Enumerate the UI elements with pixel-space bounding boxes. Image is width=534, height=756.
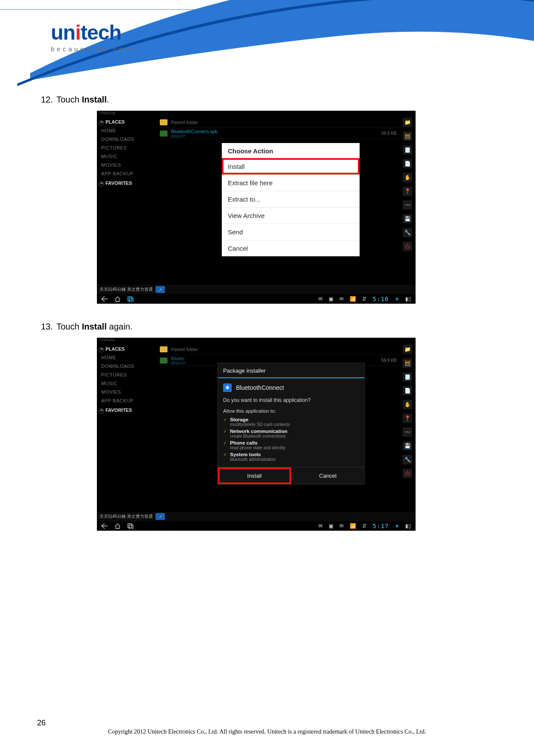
sidebar-group-places[interactable]: PLACES [97, 344, 156, 353]
sidebar-item-appbackup[interactable]: APP BACKUP [97, 169, 156, 178]
action-extract-to[interactable]: Extract to... [222, 191, 360, 207]
home-icon[interactable] [114, 523, 121, 529]
battery-icon: ▮▯ [405, 523, 411, 529]
task-switcher-bar: 天天玩45分鐘 英文實力首選 ↗ [97, 285, 416, 294]
dock-icon[interactable]: 〰️ [403, 200, 412, 210]
task-switcher-bar: 天天玩45分鐘 英文實力首選 ↗ [97, 512, 416, 521]
sidebar-item-music[interactable]: MUSIC [97, 152, 156, 161]
status-icon: ✉ [339, 296, 344, 302]
system-bar: ✉ ▣ ✉ 📶 ⇵ 5:17 ∗ ▮▯ [97, 521, 416, 531]
perm-phone: Phone callsread phone state and identity [218, 439, 364, 451]
sidebar-item-pictures[interactable]: PICTURES [97, 370, 156, 379]
cancel-button[interactable]: Cancel [292, 467, 365, 484]
installer-app-name: BluetoothConnect [236, 384, 284, 391]
dock-icon[interactable]: 📍 [403, 414, 412, 423]
screenshot-step-13: AndroZip PLACES HOME DOWNLOADS PICTURES … [97, 338, 416, 531]
dock-icon[interactable]: 🧮 [403, 358, 412, 368]
dock-icon[interactable]: 🗒️ [403, 145, 412, 155]
recents-icon[interactable] [127, 523, 134, 529]
dock-icon[interactable]: ⏻ [403, 242, 412, 251]
sidebar-item-appbackup[interactable]: APP BACKUP [97, 396, 156, 405]
dock-icon[interactable]: 🗒️ [403, 372, 412, 382]
page-number: 26 [37, 719, 46, 728]
svg-rect-3 [129, 525, 133, 529]
copyright-line: Copyright 2012 Unitech Electronics Co., … [0, 728, 534, 735]
status-icon: 📶 [350, 296, 356, 302]
package-installer-dialog: Package installer ✱ BluetoothConnect Do … [217, 363, 365, 485]
action-send[interactable]: Send [222, 224, 360, 240]
sidebar-item-pictures[interactable]: PICTURES [97, 143, 156, 152]
sidebar-group-places[interactable]: PLACES [97, 117, 156, 126]
perm-network: Network communicationcreate Bluetooth co… [218, 428, 364, 439]
installer-title: Package installer [218, 363, 364, 378]
apk-icon [160, 131, 168, 137]
installer-question: Do you want to install this application? [218, 397, 364, 407]
sidebar-item-home[interactable]: HOME [97, 126, 156, 135]
back-icon[interactable] [101, 523, 108, 529]
sidebar-item-home[interactable]: HOME [97, 353, 156, 362]
task-chip-icon[interactable]: ↗ [155, 286, 165, 293]
task-chip-icon[interactable]: ↗ [155, 513, 165, 520]
task-label: 天天玩45分鐘 英文實力首選 [99, 513, 153, 520]
action-install[interactable]: Install [222, 158, 360, 174]
status-icon: ✉ [318, 523, 323, 529]
svg-rect-2 [128, 524, 132, 528]
file-row-parent[interactable]: Parent folder [156, 117, 400, 128]
sidebar-group-favorites[interactable]: FAVORITES [97, 405, 156, 414]
step-13-text: 13.Touch Install again. [41, 322, 493, 332]
status-clock: 5:16 [373, 296, 389, 302]
apk-icon [160, 358, 168, 364]
bluetooth-icon: ∗ [395, 296, 399, 302]
perm-system: System toolsbluetooth administration [218, 451, 364, 463]
file-row-apk[interactable]: BluetoothConnect.apk 2012-07 59.9 KB [156, 128, 400, 139]
dock-icon[interactable]: 💾 [403, 214, 412, 224]
dock-icon[interactable]: ✋ [403, 400, 412, 409]
status-icon: ▣ [329, 523, 333, 529]
action-view-archive[interactable]: View Archive [222, 207, 360, 224]
step-12-text: 12.Touch Install. [41, 95, 493, 105]
svg-rect-0 [128, 297, 132, 301]
dock-icon[interactable]: 🧮 [403, 131, 412, 141]
right-app-dock: 📁 🧮 🗒️ 📄 ✋ 📍 〰️ 💾 🔧 ⏻ [403, 345, 414, 478]
install-button[interactable]: Install [218, 467, 291, 484]
sidebar-item-downloads[interactable]: DOWNLOADS [97, 362, 156, 370]
file-list: Parent folder BluetoothConnect.apk 2012-… [156, 117, 400, 139]
bluetooth-icon: ∗ [395, 523, 399, 529]
status-icon: ▣ [329, 296, 333, 302]
folder-icon [160, 346, 168, 352]
brand-tagline: because we care [51, 45, 135, 53]
places-sidebar: PLACES HOME DOWNLOADS PICTURES MUSIC MOV… [97, 344, 156, 414]
back-icon[interactable] [101, 296, 108, 302]
installer-allow-heading: Allow this application to: [218, 407, 364, 416]
dock-icon[interactable]: 📍 [403, 187, 412, 196]
dock-icon[interactable]: 〰️ [403, 427, 412, 437]
dock-icon[interactable]: 📄 [403, 386, 412, 395]
status-icon: ✉ [318, 296, 323, 302]
dock-icon[interactable]: 📄 [403, 159, 412, 168]
dock-icon[interactable]: 🔧 [403, 455, 412, 464]
sidebar-item-music[interactable]: MUSIC [97, 379, 156, 388]
action-cancel[interactable]: Cancel [222, 240, 360, 256]
brand-logo: unitech because we care [51, 21, 135, 53]
choose-action-dialog: Choose Action Install Extract file here … [222, 143, 360, 256]
sidebar-item-movies[interactable]: MOVIES [97, 161, 156, 169]
recents-icon[interactable] [127, 296, 134, 302]
dock-icon[interactable]: 💾 [403, 441, 412, 451]
sidebar-group-favorites[interactable]: FAVORITES [97, 178, 156, 187]
dock-icon[interactable]: ⏻ [403, 469, 412, 478]
usb-icon: ⇵ [362, 296, 366, 302]
places-sidebar: PLACES HOME DOWNLOADS PICTURES MUSIC MOV… [97, 117, 156, 187]
action-extract-here[interactable]: Extract file here [222, 174, 360, 191]
app-title-bar: AndroZip [97, 111, 416, 117]
file-row-parent[interactable]: Parent folder [156, 344, 400, 355]
home-icon[interactable] [114, 296, 121, 302]
dock-icon[interactable]: 🔧 [403, 228, 412, 237]
dock-icon[interactable]: 📁 [403, 118, 412, 127]
dock-icon[interactable]: ✋ [403, 173, 412, 182]
sidebar-item-movies[interactable]: MOVIES [97, 388, 156, 396]
usb-icon: ⇵ [362, 523, 366, 529]
right-app-dock: 📁 🧮 🗒️ 📄 ✋ 📍 〰️ 💾 🔧 ⏻ [403, 118, 414, 251]
screenshot-step-12: AndroZip PLACES HOME DOWNLOADS PICTURES … [97, 111, 416, 304]
dock-icon[interactable]: 📁 [403, 345, 412, 354]
sidebar-item-downloads[interactable]: DOWNLOADS [97, 135, 156, 143]
